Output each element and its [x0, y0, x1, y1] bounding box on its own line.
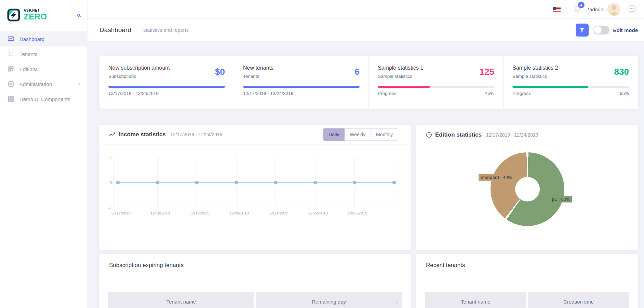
column-header-tenant-name[interactable]: Tenant name ↑↓	[425, 292, 528, 308]
chat-button[interactable]	[627, 5, 636, 13]
sidebar-item-label: Dashboard	[19, 36, 44, 42]
sidebar-item-editions[interactable]: Editions	[0, 61, 87, 76]
stat-footer-right: 45%	[485, 91, 494, 96]
svg-text:12/20/2019: 12/20/2019	[229, 211, 249, 215]
brand-bottom: ZERO	[24, 13, 47, 21]
stat-value: 830	[614, 67, 629, 77]
sidebar-menu: Dashboard Tenants Editions	[0, 30, 87, 107]
income-date-range: 12/17/2019 - 12/24/2019	[170, 132, 223, 137]
sort-icon[interactable]: ↑↓	[623, 299, 625, 304]
breadcrumb-separator	[137, 27, 137, 33]
stat-title: New subscription amount	[108, 65, 170, 71]
stat-card-new-subscription-amount: New subscription amount Subscriptions $0…	[99, 56, 234, 109]
filter-funnel-icon	[579, 27, 585, 33]
administration-icon	[8, 81, 14, 87]
income-statistics-title: Income statistics	[119, 131, 166, 138]
subheader: Dashboard statistics and reports Edit mo…	[88, 19, 644, 41]
filter-button[interactable]	[576, 24, 589, 37]
brand: ASP.NET ZERO «	[0, 0, 87, 30]
stat-title: New tenants	[243, 65, 273, 71]
table-title: Recent tenants	[426, 262, 465, 269]
sidebar-item-administration[interactable]: Administration ›	[0, 76, 87, 92]
sort-icon[interactable]: ↑↓	[248, 299, 250, 304]
edit-mode-label: Edit mode	[613, 27, 638, 33]
progress-bar	[243, 86, 360, 88]
page-subtitle: statistics and reports	[143, 27, 189, 33]
components-dots-icon	[8, 96, 14, 102]
stat-footer-right: 65%	[620, 91, 629, 96]
stat-card-sample-statistics-2: Sample statistics 2 Sample statistics 83…	[504, 56, 638, 109]
stat-subtitle: Tenants	[243, 74, 273, 79]
stat-title: Sample statistics 1	[378, 65, 423, 71]
donut-label-standard: Standard : 40%	[479, 174, 514, 181]
pie-chart-icon	[426, 132, 432, 138]
sidebar-collapse-button[interactable]: «	[77, 11, 81, 19]
page-title: Dashboard	[99, 26, 131, 34]
user-avatar[interactable]	[607, 3, 620, 16]
stat-footer-left: Progress	[378, 91, 396, 96]
current-user-name[interactable]: .\admin	[587, 6, 603, 12]
svg-text:12/17/2019: 12/17/2019	[111, 211, 131, 215]
column-header-creation-time[interactable]: Creation time ↑↓	[528, 292, 629, 308]
sort-icon[interactable]: ↑↓	[395, 299, 398, 304]
stat-footer-left: 12/17/2019 - 12/24/2019	[243, 91, 293, 96]
stat-value: 125	[480, 67, 494, 77]
sidebar-item-label: Editions	[19, 66, 38, 72]
sidebar-item-label: Tenants	[19, 51, 38, 57]
sidebar-item-label: Demo UI Components	[19, 96, 70, 102]
stat-value: 6	[355, 67, 360, 77]
line-chart-icon	[109, 132, 116, 138]
stat-title: Sample statistics 2	[512, 65, 558, 71]
donut-label-p1: p1 : 60%	[550, 196, 572, 202]
progress-bar	[512, 86, 629, 88]
sidebar-item-tenants[interactable]: Tenants	[0, 46, 87, 61]
stat-footer-left: Progress	[512, 91, 531, 96]
subscription-expiring-tenants-card: Subscription expiring tenants Tenant nam…	[99, 254, 411, 308]
stat-card-sample-statistics-1: Sample statistics 1 Sample statistics 12…	[369, 56, 504, 109]
period-tabs: Daily Weekly Monthly	[323, 128, 398, 141]
table-header-row: Tenant name ↑↓ Creation time ↑↓	[425, 292, 629, 308]
tab-monthly[interactable]: Monthly	[371, 128, 398, 141]
edition-date-range: 12/17/2019 - 12/24/2019	[486, 132, 538, 138]
notifications-button[interactable]: 4	[573, 5, 582, 14]
dashboard-icon	[8, 36, 14, 42]
edit-mode-toggle[interactable]	[593, 26, 609, 34]
column-header-remaining-day[interactable]: Remaining day ↑↓	[256, 292, 402, 308]
svg-text:12/19/2019: 12/19/2019	[190, 211, 210, 215]
svg-text:1: 1	[110, 155, 112, 159]
stat-footer-left: 12/17/2019 - 12/24/2019	[108, 91, 159, 96]
svg-text:12/18/2019: 12/18/2019	[150, 211, 170, 215]
stat-subtitle: Sample statistics	[378, 74, 423, 79]
table-header-row: Tenant name ↑↓ Remaining day ↑↓	[108, 292, 402, 308]
progress-bar	[108, 86, 225, 88]
sort-icon[interactable]: ↑↓	[520, 299, 522, 304]
main-content: New subscription amount Subscriptions $0…	[88, 41, 644, 308]
stat-card-new-tenants: New tenants Tenants 6 12/17/2019 - 12/24…	[234, 56, 369, 109]
notification-count-badge: 4	[578, 2, 585, 8]
recent-tenants-card: Recent tenants Tenant name ↑↓ Creation t…	[416, 254, 638, 308]
chat-bubble-icon	[627, 5, 636, 13]
tenants-list-icon	[8, 51, 14, 57]
tab-weekly[interactable]: Weekly	[345, 128, 371, 141]
svg-text:12/23/2019: 12/23/2019	[348, 211, 367, 215]
svg-text:0: 0	[110, 181, 112, 185]
chevron-right-icon: ›	[78, 81, 80, 87]
sidebar: ASP.NET ZERO « Dashboard Tenants	[0, 0, 88, 308]
stat-subtitle: Subscriptions	[108, 74, 170, 79]
edition-statistics-title: Edition statistics	[435, 131, 482, 138]
svg-text:12/22/2019: 12/22/2019	[308, 211, 328, 215]
topbar: 4 .\admin	[88, 0, 644, 19]
tab-daily[interactable]: Daily	[323, 128, 345, 141]
svg-text:-1: -1	[108, 206, 112, 210]
stats-row-card: New subscription amount Subscriptions $0…	[99, 56, 638, 109]
column-header-tenant-name[interactable]: Tenant name ↑↓	[108, 292, 256, 308]
editions-grid-icon	[8, 66, 14, 72]
sidebar-item-dashboard[interactable]: Dashboard	[0, 31, 87, 46]
income-line-chart: 12/17/201912/18/201912/19/201912/20/2019…	[108, 155, 402, 217]
progress-bar	[378, 86, 494, 88]
sidebar-item-label: Administration	[19, 81, 52, 87]
svg-text:12/21/2019: 12/21/2019	[269, 211, 289, 215]
logo-icon	[7, 8, 21, 22]
language-flag-us-icon[interactable]	[553, 7, 561, 12]
sidebar-item-demo-ui-components[interactable]: Demo UI Components	[0, 92, 87, 107]
